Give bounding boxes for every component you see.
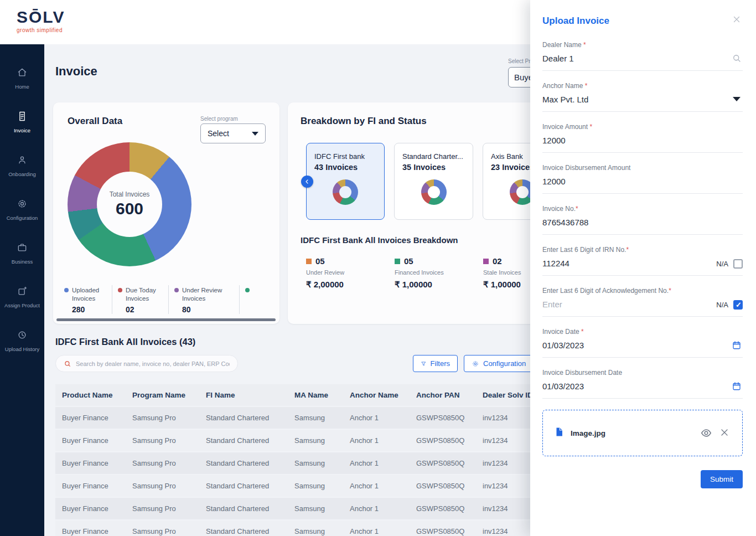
invoice-disbursement-amount-input[interactable]	[542, 177, 681, 186]
legend-label: Uploaded Invoices	[72, 286, 107, 303]
column-header: FI Name	[199, 384, 288, 407]
program-select-dropdown[interactable]: Select	[200, 123, 266, 143]
invoice-amount-input[interactable]	[542, 136, 681, 145]
anchor-name-select[interactable]	[542, 95, 681, 104]
acknowledgement-no-input[interactable]	[542, 300, 681, 309]
field-label: Invoice Disbursement Date	[542, 369, 622, 377]
stat-count: 05	[404, 256, 413, 266]
calendar-icon[interactable]	[732, 381, 742, 391]
gear-icon	[17, 198, 28, 212]
dealer-name-input[interactable]	[542, 54, 681, 63]
sidebar: Home Invoice Onboarding Configuration Bu…	[0, 44, 44, 536]
required-asterisk: *	[576, 205, 578, 213]
donut-center-label: Total Invoices	[110, 190, 150, 198]
close-icon[interactable]	[732, 14, 744, 27]
table-cell: Buyer Finance	[55, 407, 126, 430]
invoice-date-input[interactable]	[542, 341, 681, 350]
history-clock-icon	[17, 329, 28, 343]
sidebar-item-label: Onboarding	[2, 171, 42, 178]
filters-button-label: Filters	[431, 359, 450, 368]
sidebar-item-onboarding[interactable]: Onboarding	[0, 144, 44, 188]
search-input[interactable]	[76, 360, 230, 367]
table-cell: Buyer Finance	[55, 430, 126, 452]
page-title: Invoice	[55, 64, 97, 79]
table-cell: Anchor 1	[343, 475, 410, 498]
table-cell: Standard Chartered	[199, 475, 288, 498]
fi-card-idfc[interactable]: IDFC First bank 43 Invoices	[306, 143, 385, 220]
upload-invoice-panel: Upload Invoice Dealer Name * Anchor Name…	[530, 0, 756, 536]
select-program-label: Select program	[200, 116, 238, 122]
table-cell: GSWPS0850Q	[410, 407, 476, 430]
sidebar-item-upload-history[interactable]: Upload History	[0, 319, 44, 363]
submit-button[interactable]: Submit	[701, 470, 743, 488]
chevron-down-icon[interactable]	[733, 97, 741, 101]
table-cell: Standard Chartered	[199, 498, 288, 520]
required-asterisk: *	[582, 41, 586, 49]
fi-name: Standard Charter...	[402, 152, 465, 161]
sidebar-item-label: Invoice	[2, 127, 42, 134]
sidebar-item-configuration[interactable]: Configuration	[0, 188, 44, 231]
sidebar-item-label: Assign Product	[2, 302, 42, 309]
table-cell: Anchor 1	[343, 452, 410, 475]
brand-name: SŌLV	[17, 8, 65, 27]
legend-label: Due Today Invoices	[126, 286, 164, 303]
brand-logo: SŌLV growth simplified	[17, 8, 65, 33]
calendar-icon[interactable]	[732, 340, 742, 350]
legend-dot	[174, 288, 179, 292]
home-icon	[17, 67, 28, 80]
irn-no-input[interactable]	[542, 259, 681, 268]
sidebar-item-home[interactable]: Home	[0, 56, 44, 100]
configuration-button-label: Configuration	[483, 359, 526, 368]
table-cell: Anchor 1	[343, 430, 410, 452]
remove-file-icon[interactable]	[719, 427, 731, 439]
column-header: Program Name	[126, 384, 199, 407]
irn-na-checkbox[interactable]	[733, 259, 743, 269]
table-cell: Samsung	[288, 498, 343, 520]
sidebar-item-business[interactable]: Business	[0, 231, 44, 275]
legend-horizontal-scrollbar[interactable]	[56, 318, 276, 321]
legend-item: Under Review Invoices 80	[168, 285, 239, 314]
field-label: Dealer Name	[542, 41, 582, 49]
table-cell: Standard Chartered	[199, 407, 288, 430]
preview-eye-icon[interactable]	[700, 427, 712, 439]
carousel-prev-button[interactable]	[301, 176, 313, 188]
column-header: MA Name	[288, 384, 343, 407]
sidebar-item-label: Upload History	[2, 346, 42, 353]
briefcase-icon	[17, 242, 28, 255]
field-anchor-name: Anchor Name *	[542, 82, 743, 112]
legend-dot	[245, 288, 250, 292]
fi-card-standard-chartered[interactable]: Standard Charter... 35 Invoices	[394, 143, 473, 220]
program-select-value: Select	[208, 129, 229, 138]
stat-financed-invoices: 05 Financed Invoices ₹ 1,00000	[395, 256, 444, 290]
invoice-disbursement-date-input[interactable]	[542, 382, 681, 391]
search-icon[interactable]	[732, 53, 742, 63]
table-cell: Standard Chartered	[199, 452, 288, 475]
stat-bullet	[483, 259, 489, 264]
sidebar-item-invoice[interactable]: Invoice	[0, 100, 44, 144]
table-cell: Buyer Finance	[55, 452, 126, 475]
field-label: Invoice Amount	[542, 123, 588, 131]
filter-icon	[421, 360, 427, 368]
sidebar-item-label: Configuration	[2, 215, 42, 221]
file-upload-box[interactable]: Image.jpg	[542, 410, 743, 456]
table-cell: GSWPS0850Q	[410, 498, 476, 520]
filters-button[interactable]: Filters	[413, 355, 458, 372]
table-cell: Samsung Pro	[126, 452, 199, 475]
configuration-button[interactable]: Configuration	[464, 355, 534, 372]
stat-bullet	[395, 259, 400, 264]
na-label: N/A	[716, 301, 728, 309]
stat-count: 02	[493, 256, 502, 266]
invoice-icon	[17, 111, 28, 124]
invoice-no-input[interactable]	[542, 218, 681, 227]
fi-name: IDFC First bank	[314, 152, 376, 161]
donut-center-value: 600	[116, 199, 143, 218]
column-header: Product Name	[55, 384, 126, 407]
gear-icon	[472, 360, 479, 368]
stat-label: Under Review	[306, 269, 344, 276]
stat-label: Financed Invoices	[395, 269, 444, 276]
table-cell: Samsung	[288, 407, 343, 430]
acknowledgement-na-checkbox[interactable]	[733, 300, 743, 310]
invoice-search	[55, 355, 238, 372]
sidebar-item-assign-product[interactable]: Assign Product	[0, 275, 44, 319]
table-cell: Samsung Pro	[126, 430, 199, 452]
